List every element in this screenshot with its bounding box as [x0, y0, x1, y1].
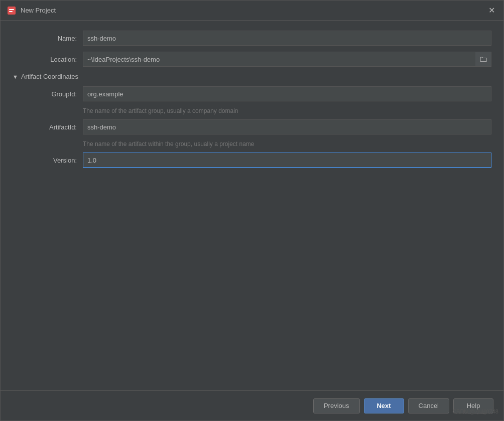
- close-button[interactable]: ✕: [485, 5, 497, 17]
- artifactid-hint: The name of the artifact within the grou…: [83, 141, 491, 148]
- dialog-content: Name: Location: ▼ Artifact Coordinates G…: [1, 21, 503, 390]
- artifact-section-header: ▼ Artifact Coordinates: [13, 73, 491, 80]
- svg-rect-2: [9, 11, 13, 12]
- artifact-toggle[interactable]: ▼: [13, 74, 18, 80]
- version-input[interactable]: [83, 153, 491, 168]
- location-label: Location:: [13, 56, 83, 63]
- new-project-dialog: New Project ✕ Name: Location: ▼: [0, 0, 504, 421]
- dialog-title: New Project: [21, 7, 56, 14]
- dialog-footer: Previous Next Cancel Help: [1, 390, 503, 420]
- project-icon: [7, 6, 17, 16]
- title-bar-left: New Project: [7, 6, 56, 16]
- name-label: Name:: [13, 35, 83, 42]
- svg-rect-0: [8, 7, 16, 15]
- watermark: CSDN @小超0748: [452, 408, 498, 415]
- artifactid-label: ArtifactId:: [13, 123, 83, 131]
- version-label: Version:: [13, 157, 83, 164]
- svg-rect-1: [9, 9, 14, 10]
- next-button[interactable]: Next: [364, 398, 404, 413]
- location-input-group: [83, 52, 491, 67]
- location-input[interactable]: [83, 52, 475, 67]
- groupid-label: GroupId:: [13, 90, 83, 98]
- artifactid-input[interactable]: [83, 119, 491, 134]
- groupid-hint: The name of the artifact group, usually …: [83, 107, 491, 114]
- browse-folder-button[interactable]: [475, 52, 491, 67]
- groupid-row: GroupId:: [13, 86, 491, 101]
- name-row: Name:: [13, 31, 491, 46]
- version-row: Version:: [13, 153, 491, 168]
- cancel-button[interactable]: Cancel: [408, 398, 449, 413]
- name-input[interactable]: [83, 31, 491, 46]
- previous-button[interactable]: Previous: [313, 398, 360, 413]
- artifactid-row: ArtifactId:: [13, 119, 491, 134]
- groupid-input[interactable]: [83, 86, 491, 101]
- artifact-section-title: Artifact Coordinates: [21, 73, 78, 80]
- title-bar: New Project ✕: [1, 1, 503, 21]
- location-row: Location:: [13, 52, 491, 67]
